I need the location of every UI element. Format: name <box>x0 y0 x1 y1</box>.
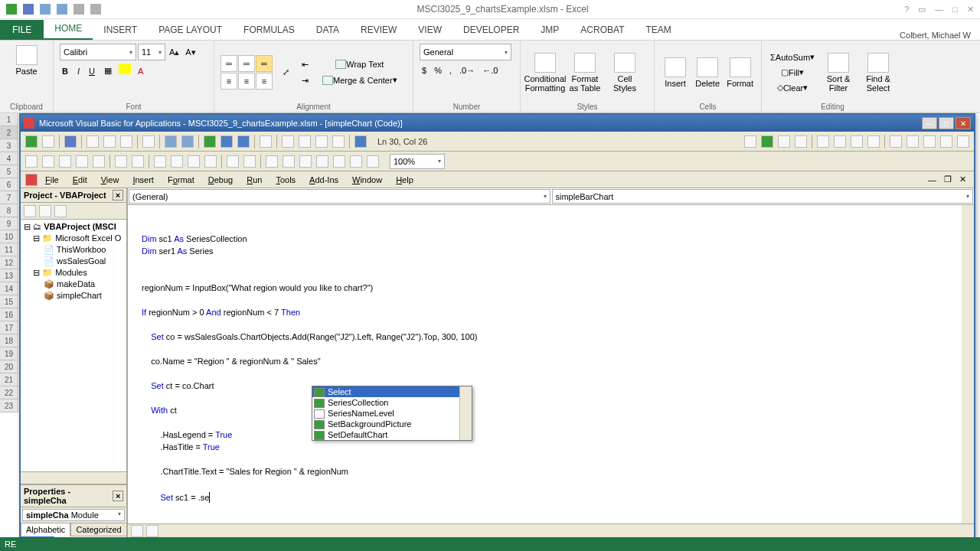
tab-data[interactable]: DATA <box>305 20 350 40</box>
tab-team[interactable]: TEAM <box>635 20 681 40</box>
view-excel-icon[interactable] <box>25 135 38 148</box>
font-select[interactable]: Calibri▾ <box>60 44 136 60</box>
paste-button[interactable]: Paste <box>8 44 45 77</box>
fill-color-button[interactable] <box>119 64 131 74</box>
zoom-select[interactable]: 100%▾ <box>390 154 445 169</box>
vbe-titlebar[interactable]: Microsoft Visual Basic for Applications … <box>21 115 974 132</box>
menu-tools[interactable]: Tools <box>270 174 302 186</box>
font-color-button[interactable]: A <box>136 64 145 78</box>
edit-icon-g[interactable] <box>367 155 379 168</box>
project-tree-scrollbar[interactable] <box>21 471 126 484</box>
row-header[interactable]: 4 <box>0 152 18 165</box>
vbe-close-icon[interactable]: ✕ <box>956 117 971 129</box>
help-icon[interactable] <box>354 135 367 148</box>
save-icon[interactable] <box>64 135 77 148</box>
save-icon[interactable] <box>23 4 34 15</box>
row-header[interactable]: 14 <box>0 282 18 295</box>
edit-icon-a[interactable] <box>266 155 278 168</box>
view-object-icon[interactable] <box>39 205 51 217</box>
delete-cells-button[interactable]: Delete <box>693 56 722 90</box>
toggle-bookmark-icon[interactable] <box>154 155 166 168</box>
properties-object-select[interactable]: simpleCha Module▾ <box>22 509 125 521</box>
row-header[interactable]: 7 <box>0 191 18 204</box>
touch-mode-icon[interactable] <box>74 4 84 15</box>
decrease-font-icon[interactable]: A▾ <box>183 44 198 60</box>
menu-help[interactable]: Help <box>390 174 420 186</box>
procedure-dropdown[interactable]: simpleBarChart▾ <box>552 189 974 204</box>
project-tree[interactable]: ⊟ 🗂 VBAProject (MSCI ⊟ 📁 Microsoft Excel… <box>21 220 126 471</box>
close-icon[interactable]: ✕ <box>967 5 974 15</box>
run-icon[interactable] <box>204 135 216 148</box>
project-explorer-icon[interactable] <box>282 135 294 148</box>
tab-insert[interactable]: INSERT <box>93 20 148 40</box>
row-header[interactable]: 6 <box>0 178 18 191</box>
autosum-button[interactable]: Σ AutoSum ▾ <box>768 50 817 64</box>
menu-view[interactable]: View <box>95 174 126 186</box>
intellisense-scrollbar[interactable] <box>459 386 472 440</box>
immediate-window-icon[interactable] <box>906 135 919 148</box>
object-dropdown[interactable]: (General)▾ <box>129 189 550 204</box>
row-header[interactable]: 12 <box>0 256 18 269</box>
insert-module-icon[interactable] <box>42 135 54 148</box>
row-header[interactable]: 10 <box>0 230 18 243</box>
tab-view[interactable]: VIEW <box>407 20 452 40</box>
maximize-icon[interactable]: □ <box>952 5 958 15</box>
edit-icon-b[interactable] <box>283 155 295 168</box>
parameter-info-icon[interactable] <box>76 155 88 168</box>
intellisense-item[interactable]: SetDefaultChart <box>312 429 472 440</box>
redo-icon[interactable] <box>181 135 194 148</box>
border-button[interactable]: ▦ <box>102 64 114 78</box>
watch-window-icon[interactable] <box>923 135 936 148</box>
merge-center-button[interactable]: Merge & Center ▾ <box>320 73 400 87</box>
mdi-close-icon[interactable]: ✕ <box>956 174 969 184</box>
conditional-formatting-button[interactable]: Conditional Formatting <box>527 51 564 94</box>
menu-window[interactable]: Window <box>346 174 388 186</box>
tab-acrobat[interactable]: ACROBAT <box>570 20 635 40</box>
insert-cells-button[interactable]: Insert <box>661 56 690 90</box>
project-panel-close-icon[interactable]: × <box>113 190 123 201</box>
tab-page-layout[interactable]: PAGE LAYOUT <box>148 20 233 40</box>
vbe-maximize-icon[interactable]: □ <box>939 117 954 129</box>
outdent-icon[interactable] <box>132 155 144 168</box>
menu-insert[interactable]: Insert <box>126 174 160 186</box>
row-header[interactable]: 13 <box>0 269 18 282</box>
copy-icon[interactable] <box>103 135 116 148</box>
comma-format-button[interactable]: , <box>447 64 454 77</box>
tab-home[interactable]: HOME <box>44 18 93 40</box>
alignment-grid[interactable]: ═══ ≡≡≡ <box>220 55 273 90</box>
mdi-restore-icon[interactable]: ❐ <box>941 174 955 184</box>
clear-bookmarks-icon[interactable] <box>204 155 217 168</box>
properties-panel-close-icon[interactable]: × <box>113 491 123 501</box>
complete-word-icon[interactable] <box>93 155 105 168</box>
uncomment-block-icon[interactable] <box>243 155 256 168</box>
intellisense-item[interactable]: SeriesCollection <box>312 397 472 408</box>
bold-button[interactable]: B <box>60 64 70 78</box>
fill-button[interactable]: ▢ Fill ▾ <box>768 65 817 80</box>
code-vertical-scrollbar[interactable] <box>962 205 974 523</box>
row-header[interactable]: 16 <box>0 308 18 321</box>
tab-jmp[interactable]: JMP <box>530 20 570 40</box>
design-mode-icon[interactable] <box>260 135 272 148</box>
object-browser-icon[interactable] <box>315 135 328 148</box>
debug-break-icon[interactable] <box>778 135 790 148</box>
break-icon[interactable] <box>220 135 233 148</box>
list-constants-icon[interactable] <box>42 155 54 168</box>
decrease-decimal-button[interactable]: ←.0 <box>480 64 500 77</box>
increase-indent-button[interactable]: ⇥ <box>299 73 311 88</box>
menu-run[interactable]: Run <box>240 174 268 186</box>
underline-button[interactable]: U <box>87 64 97 78</box>
debug-run-icon[interactable] <box>761 135 773 148</box>
number-format-select[interactable]: General▾ <box>420 44 511 60</box>
row-header[interactable]: 9 <box>0 217 18 230</box>
row-header[interactable]: 8 <box>0 204 18 217</box>
clear-button[interactable]: ◇ Clear ▾ <box>768 80 817 95</box>
edit-icon-f[interactable] <box>350 155 362 168</box>
redo-icon[interactable] <box>57 4 67 15</box>
properties-tab-categorized[interactable]: Categorized <box>70 523 126 536</box>
file-tab[interactable]: FILE <box>0 20 44 40</box>
decrease-indent-button[interactable]: ⇤ <box>299 57 311 72</box>
help-icon[interactable]: ? <box>904 5 909 15</box>
row-header[interactable]: 21 <box>0 373 18 386</box>
cell-styles-button[interactable]: Cell Styles <box>606 51 643 94</box>
increase-font-icon[interactable]: A▴ <box>167 44 181 60</box>
